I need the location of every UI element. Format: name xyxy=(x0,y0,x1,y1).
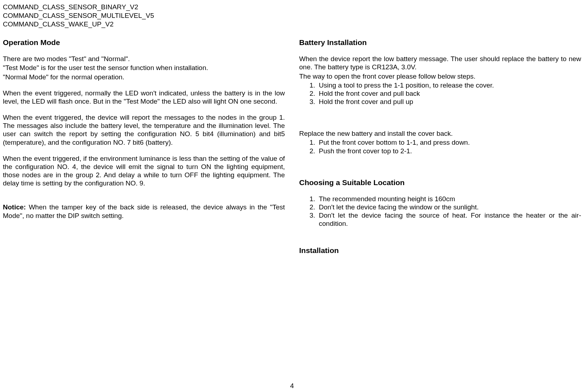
battery-replace-text: When the device report the low battery m… xyxy=(299,55,581,71)
battery-installation-heading: Battery Installation xyxy=(299,38,581,47)
replace-battery-intro: Replace the new battery and install the … xyxy=(299,129,581,138)
operation-mode-heading: Operation Mode xyxy=(3,38,285,47)
location-steps: The recommended mounting height is 160cm… xyxy=(299,195,581,228)
list-item: Don't let the device facing the window o… xyxy=(317,203,581,211)
list-item: Hold the front cover and pull back xyxy=(317,89,581,98)
report-messages: When the event triggered, the device wil… xyxy=(3,113,285,147)
notice-label: Notice: xyxy=(3,203,26,211)
left-column: Operation Mode There are two modes "Test… xyxy=(3,38,285,392)
right-column: Battery Installation When the device rep… xyxy=(299,38,581,392)
notice-text: When the tamper key of the back side is … xyxy=(3,203,285,219)
list-item: Push the front cover top to 2-1. xyxy=(317,147,581,155)
location-heading: Choosing a Suitable Location xyxy=(299,178,581,187)
installation-heading: Installation xyxy=(299,246,581,255)
install-cover-steps: Put the front cover bottom to 1-1, and p… xyxy=(299,138,581,155)
open-cover-intro: The way to open the front cover please f… xyxy=(299,72,581,80)
normal-mode-desc: "Normal Mode" for the normal operation. xyxy=(3,73,285,81)
list-item: The recommended mounting height is 160cm xyxy=(317,195,581,203)
command-class-1: COMMAND_CLASS_SENSOR_BINARY_V2 xyxy=(3,3,581,11)
led-behavior: When the event triggered, normally the L… xyxy=(3,89,285,105)
list-item: Don't let the device facing the source o… xyxy=(317,211,581,228)
command-class-2: COMMAND_CLASS_SENSOR_MULTILEVEL_V5 xyxy=(3,11,581,20)
header-commands: COMMAND_CLASS_SENSOR_BINARY_V2 COMMAND_C… xyxy=(3,3,581,28)
page-number: 4 xyxy=(0,382,584,390)
modes-intro: There are two modes "Test" and "Normal". xyxy=(3,55,285,63)
notice-paragraph: Notice: When the tamper key of the back … xyxy=(3,203,285,219)
luminance-behavior: When the event triggered, if the environ… xyxy=(3,154,285,188)
test-mode-desc: "Test Mode" is for the user test the sen… xyxy=(3,64,285,72)
command-class-3: COMMAND_CLASS_WAKE_UP_V2 xyxy=(3,20,581,29)
list-item: Put the front cover bottom to 1-1, and p… xyxy=(317,138,581,147)
list-item: Hold the front cover and pull up xyxy=(317,98,581,106)
list-item: Using a tool to press the 1-1 position, … xyxy=(317,81,581,89)
open-cover-steps: Using a tool to press the 1-1 position, … xyxy=(299,81,581,106)
